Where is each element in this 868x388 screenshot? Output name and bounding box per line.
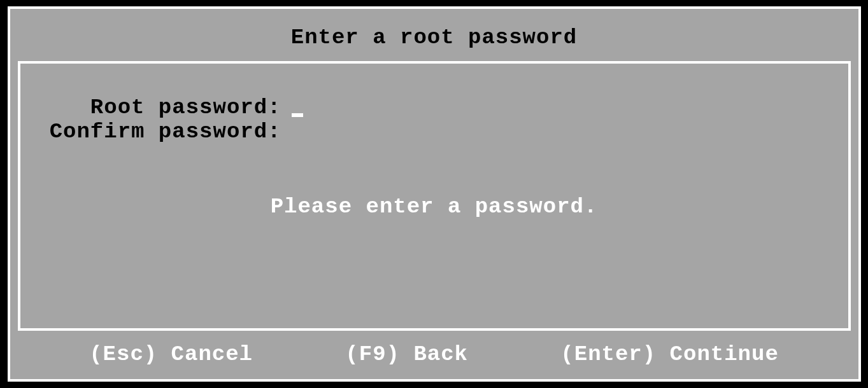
footer-actions: (Esc) Cancel (F9) Back (Enter) Continue	[18, 331, 851, 371]
confirm-password-label: Confirm password:	[33, 120, 288, 144]
confirm-password-row: Confirm password:	[33, 120, 836, 144]
password-dialog: Enter a root password Root password: Con…	[8, 6, 861, 382]
root-password-label: Root password:	[33, 95, 288, 120]
continue-button[interactable]: (Enter) Continue	[560, 342, 778, 366]
text-cursor	[292, 113, 303, 117]
cancel-button[interactable]: (Esc) Cancel	[89, 342, 253, 366]
dialog-content: Root password: Confirm password: Please …	[18, 61, 851, 331]
root-password-input[interactable]	[288, 95, 303, 120]
root-password-row: Root password:	[33, 95, 836, 120]
status-message: Please enter a password.	[33, 195, 836, 219]
back-button[interactable]: (F9) Back	[345, 342, 468, 366]
dialog-title: Enter a root password	[18, 10, 851, 61]
